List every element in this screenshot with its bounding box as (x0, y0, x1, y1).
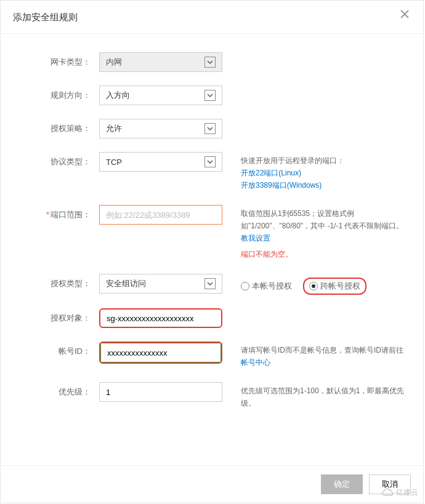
input-port-range[interactable] (99, 205, 222, 225)
label-protocol: 协议类型： (19, 152, 99, 172)
select-nic-type-value: 内网 (106, 57, 204, 68)
row-auth-type: 授权类型： 安全组访问 本帐号授权 跨帐号授权 (19, 274, 405, 295)
label-policy: 授权策略： (19, 119, 99, 138)
help-priority: 优先级可选范围为1-100，默认值为1，即最高优先级。 (222, 382, 405, 409)
label-priority: 优先级： (19, 382, 99, 402)
radio-self-account[interactable]: 本帐号授权 (241, 280, 292, 292)
dialog-footer: 确定 取消 (1, 465, 423, 503)
select-policy-value: 允许 (106, 123, 204, 134)
link-open-3389[interactable]: 开放3389端口(Windows) (241, 181, 322, 190)
add-security-rule-dialog: 添加安全组规则 网卡类型： 内网 规则方向： 入方向 (0, 0, 424, 503)
radio-icon (241, 282, 249, 290)
dialog-title: 添加安全组规则 (13, 12, 411, 23)
select-policy[interactable]: 允许 (99, 119, 222, 138)
radio-icon (309, 282, 318, 290)
help-account-id: 请填写帐号ID而不是帐号信息，查询帐号ID请前往 帐号中心 (222, 342, 405, 369)
close-icon[interactable] (400, 9, 412, 22)
watermark: 亿速云 (381, 487, 418, 498)
dialog-body: 网卡类型： 内网 规则方向： 入方向 授权策略： (1, 34, 423, 429)
select-auth-type[interactable]: 安全组访问 (99, 274, 222, 294)
input-account-id[interactable] (100, 343, 221, 362)
chevron-down-icon (204, 123, 216, 134)
auth-radio-group: 本帐号授权 跨帐号授权 (241, 274, 405, 295)
link-account-center[interactable]: 帐号中心 (241, 358, 270, 367)
error-port-range: 端口不能为空。 (241, 248, 405, 260)
input-auth-obj[interactable] (99, 308, 222, 328)
label-auth-obj: 授权对象： (19, 308, 99, 328)
dialog-header: 添加安全组规则 (1, 1, 423, 34)
select-direction-value: 入方向 (106, 90, 204, 101)
link-open-22[interactable]: 开放22端口(Linux) (241, 169, 301, 177)
row-auth-obj: 授权对象： (19, 308, 405, 328)
label-account-id: 帐号ID： (19, 342, 99, 361)
select-auth-type-value: 安全组访问 (106, 278, 204, 289)
row-nic-type: 网卡类型： 内网 (19, 52, 405, 72)
chevron-down-icon (204, 90, 216, 101)
chevron-down-icon (204, 57, 216, 68)
select-protocol-value: TCP (106, 158, 204, 167)
link-port-range-help[interactable]: 教我设置 (241, 234, 270, 242)
select-protocol[interactable]: TCP (99, 152, 222, 172)
row-priority: 优先级： 优先级可选范围为1-100，默认值为1，即最高优先级。 (19, 382, 405, 409)
help-account-id-desc: 请填写帐号ID而不是帐号信息，查询帐号ID请前往 (241, 346, 403, 354)
row-protocol: 协议类型： TCP 快速开放用于远程登录的端口： 开放22端口(Linux) 开… (19, 152, 405, 191)
chevron-down-icon (204, 156, 216, 167)
row-direction: 规则方向： 入方向 (19, 86, 405, 105)
select-nic-type[interactable]: 内网 (99, 52, 222, 72)
cloud-icon (381, 489, 395, 497)
confirm-button[interactable]: 确定 (321, 474, 363, 494)
watermark-text: 亿速云 (396, 487, 418, 498)
label-direction: 规则方向： (19, 86, 99, 105)
label-port-range: *端口范围： (19, 205, 99, 225)
help-protocol-title: 快速开放用于远程登录的端口： (241, 154, 405, 167)
help-port-range-desc: 取值范围从1到65535；设置格式例如"1/200"、"80/80"，其中 -1… (241, 209, 403, 230)
radio-self-label: 本帐号授权 (252, 280, 292, 292)
label-nic-type: 网卡类型： (19, 52, 99, 72)
help-port-range: 取值范围从1到65535；设置格式例如"1/200"、"80/80"，其中 -1… (222, 205, 405, 260)
row-port-range: *端口范围： 取值范围从1到65535；设置格式例如"1/200"、"80/80… (19, 205, 405, 260)
label-auth-type: 授权类型： (19, 274, 99, 294)
select-direction[interactable]: 入方向 (99, 86, 222, 105)
input-priority[interactable] (99, 382, 222, 402)
row-account-id: 帐号ID： 请填写帐号ID而不是帐号信息，查询帐号ID请前往 帐号中心 (19, 342, 405, 369)
chevron-down-icon (204, 278, 216, 289)
radio-cross-label: 跨帐号授权 (320, 280, 360, 292)
help-protocol: 快速开放用于远程登录的端口： 开放22端口(Linux) 开放3389端口(Wi… (222, 152, 405, 191)
row-policy: 授权策略： 允许 (19, 119, 405, 138)
radio-cross-account[interactable]: 跨帐号授权 (303, 278, 366, 295)
